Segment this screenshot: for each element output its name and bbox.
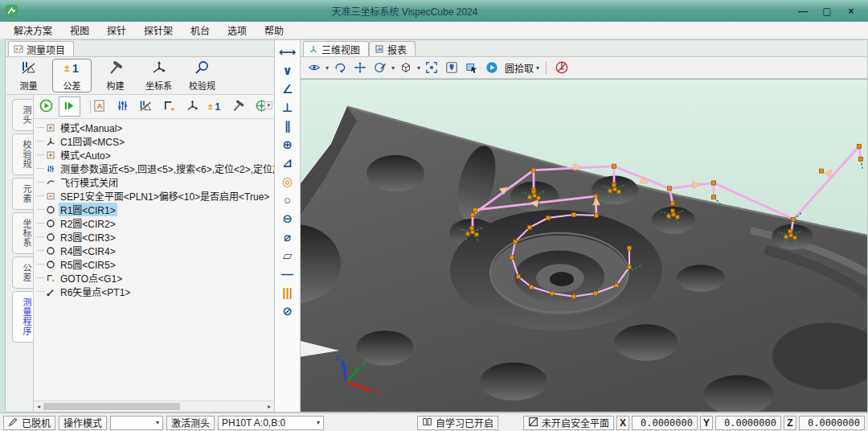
- gdt-icon[interactable]: |||: [277, 283, 298, 302]
- side-tab[interactable]: 公差: [12, 257, 33, 289]
- restore-button[interactable]: ▢: [815, 6, 839, 17]
- gdt-icon[interactable]: ◎: [277, 172, 298, 191]
- tree-item-icon: [46, 178, 55, 187]
- gdt-icon[interactable]: ⟷: [277, 43, 298, 61]
- tree-item[interactable]: GOTO点<G1>: [34, 271, 274, 285]
- svg-text:1: 1: [72, 62, 79, 75]
- chevron-down-icon[interactable]: ▾: [326, 64, 329, 72]
- sketch-mode-button[interactable]: [371, 59, 389, 76]
- toolbar-overflow-icon[interactable]: ▾: [264, 101, 272, 109]
- tree-toolbar-button[interactable]: [135, 96, 157, 117]
- gdt-icon[interactable]: ⊖: [277, 209, 298, 228]
- axis-value: 0.0000000: [632, 416, 698, 430]
- gdt-icon[interactable]: ⊿: [277, 154, 298, 172]
- tab-report[interactable]: 报表: [369, 41, 416, 56]
- tree-item-label: R2圆<CIR2>: [59, 216, 117, 230]
- 3d-viewport[interactable]: Z Y X: [301, 79, 867, 412]
- tab-measure-project[interactable]: 测量项目: [8, 41, 74, 56]
- menu-item[interactable]: 探针架: [135, 23, 182, 37]
- probe-label: 激活测头: [166, 416, 215, 430]
- menu-item[interactable]: 探针: [98, 23, 135, 37]
- side-tab[interactable]: 测头: [12, 99, 33, 131]
- tree-item[interactable]: 模式<Auto>: [34, 148, 274, 162]
- gdt-icon[interactable]: ∨: [277, 61, 298, 80]
- gdt-icon[interactable]: ⊥: [277, 98, 298, 117]
- tree-item[interactable]: 模式<Manual>: [34, 121, 274, 134]
- scroll-left-icon[interactable]: ◂: [34, 403, 43, 410]
- tree-item[interactable]: SEP1安全平面<PLN1>偏移<10>是否启用<True>: [34, 189, 274, 203]
- tree-item-label: R1圆<CIR1>: [59, 203, 117, 216]
- gdt-icon[interactable]: ▱: [277, 246, 298, 265]
- gdt-icon[interactable]: ○: [277, 191, 298, 209]
- tree-toolbar-button[interactable]: [112, 96, 133, 117]
- probe-display-off-button[interactable]: [553, 59, 571, 76]
- gdt-icon[interactable]: —: [277, 265, 298, 283]
- tree-toolbar-icon: [231, 99, 245, 115]
- tree-toolbar-button[interactable]: [158, 96, 180, 117]
- ribbon-button[interactable]: ±1 公差: [52, 59, 92, 92]
- tree-toolbar-button[interactable]: [227, 96, 249, 117]
- tree-item-icon: [46, 150, 55, 160]
- gdt-icon[interactable]: ∠: [277, 80, 298, 98]
- pan-view-button[interactable]: [351, 59, 369, 76]
- menu-item[interactable]: 解决方案: [5, 23, 61, 37]
- side-tab[interactable]: 校验规: [12, 133, 33, 175]
- run-pick-button[interactable]: [483, 59, 501, 76]
- tree-item-icon: [46, 205, 55, 215]
- rotate-view-button[interactable]: [331, 59, 349, 76]
- close-button[interactable]: ×: [839, 6, 863, 17]
- ribbon-button[interactable]: 测量: [9, 59, 48, 92]
- ribbon-button[interactable]: 校验规: [182, 59, 222, 92]
- minimize-button[interactable]: —: [791, 6, 815, 17]
- menu-item[interactable]: 选项: [219, 23, 256, 37]
- tree-item[interactable]: R1圆<CIR1>: [34, 203, 274, 216]
- tree-item-icon: [46, 260, 55, 269]
- tree-item-label: 测量参数逼近<5>,回退<5>,搜索<6>,定位<2>,定位加<2>,测量: [59, 162, 274, 175]
- pick-box-button[interactable]: [463, 59, 481, 76]
- tree-toolbar-button[interactable]: A: [89, 96, 111, 117]
- chevron-down-icon[interactable]: ▾: [536, 64, 539, 72]
- gdt-icon[interactable]: ⊕: [277, 135, 298, 154]
- tree-horizontal-scrollbar[interactable]: ◂ ▸: [34, 400, 274, 412]
- tree-item[interactable]: 飞行模式关闭: [34, 175, 274, 189]
- tree-item[interactable]: R3圆<CIR3>: [34, 230, 274, 244]
- chevron-down-icon[interactable]: ▾: [391, 64, 395, 72]
- side-tab[interactable]: 坐标系: [12, 212, 33, 254]
- tree-item[interactable]: R4圆<CIR4>: [34, 244, 274, 257]
- visibility-button[interactable]: [305, 59, 323, 76]
- tolerance-toolbar: ⟷∨∠⊥∥⊕⊿◎○⊖⌀▱—|||⊘: [275, 39, 301, 413]
- tree-item[interactable]: 测量参数逼近<5>,回退<5>,搜索<6>,定位<2>,定位加<2>,测量: [34, 162, 274, 175]
- gdt-icon[interactable]: ⊘: [277, 302, 298, 320]
- op-mode-select[interactable]: ▾: [110, 416, 163, 430]
- tree-item[interactable]: R6矢量点<PT1>: [34, 285, 274, 298]
- tree-toolbar-button[interactable]: [35, 96, 57, 117]
- ribbon-button[interactable]: 坐标系: [139, 59, 178, 92]
- side-tab[interactable]: 元素: [12, 178, 33, 210]
- window-title: 天准三坐标系统 VispecCube 2024: [18, 4, 791, 18]
- side-tab[interactable]: 测量程序: [12, 291, 33, 343]
- menu-item[interactable]: 机台: [182, 23, 219, 37]
- gdt-icon[interactable]: ∥: [277, 117, 298, 135]
- tree-item-icon: [46, 164, 55, 174]
- tree-toolbar-button[interactable]: [182, 96, 203, 117]
- view-cube-button[interactable]: [397, 59, 415, 76]
- fit-view-button[interactable]: [423, 59, 440, 76]
- scrollbar-thumb[interactable]: [43, 403, 180, 410]
- locate-button[interactable]: [443, 59, 461, 76]
- tree-toolbar-button[interactable]: ±1: [205, 96, 227, 117]
- tree-item[interactable]: R2圆<CIR2>: [34, 216, 274, 230]
- ribbon-button[interactable]: 构建: [96, 59, 135, 92]
- program-tree-panel: A: [34, 95, 274, 412]
- menu-item[interactable]: 视图: [61, 23, 98, 37]
- scroll-right-icon[interactable]: ▸: [264, 403, 274, 410]
- tree-item[interactable]: R5圆<CIR5>: [34, 257, 274, 271]
- active-probe-select[interactable]: PH10T A:0,B:0▾: [218, 416, 324, 430]
- gdt-icon[interactable]: ⌀: [277, 228, 298, 246]
- menu-item[interactable]: 帮助: [256, 23, 293, 37]
- tree-toolbar-button[interactable]: [59, 96, 80, 117]
- tree-item[interactable]: C1回调<MCS>: [34, 134, 274, 148]
- triad-z-label: Z: [335, 353, 340, 362]
- chevron-down-icon[interactable]: ▾: [417, 64, 420, 72]
- tab-3d-view[interactable]: 三维视图: [303, 41, 369, 56]
- circle-pick-dropdown[interactable]: 圆拾取: [505, 61, 534, 75]
